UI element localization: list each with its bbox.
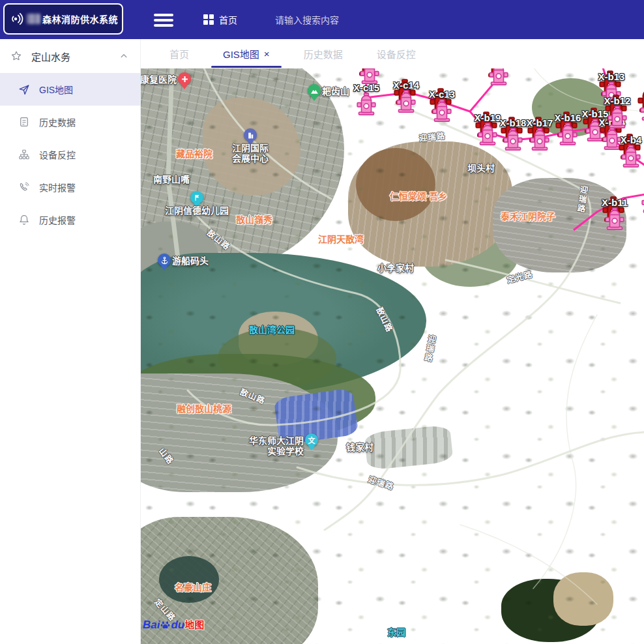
poi-label: 江阴国际会展中心 bbox=[232, 143, 269, 164]
sidebar-item-history-alarm[interactable]: 历史报警 bbox=[0, 203, 140, 236]
sidebar-item-label: GIS地图 bbox=[39, 83, 73, 96]
tab-bar: 首页GIS地图×历史数据设备反控 bbox=[141, 39, 644, 68]
road-label: 迎瑞路 bbox=[367, 473, 396, 493]
sidebar-item-label: 设备反控 bbox=[39, 148, 76, 161]
water-label: 东园 bbox=[387, 625, 405, 638]
sidebar-item-label: 实时报警 bbox=[39, 181, 76, 194]
map-canvas[interactable]: 藏品裕院敔山嶺秀仁恒棠颂·吾乡泰禾江阴院子江阴天敔湾融创敔山桃源名豪山庄南野山嘴… bbox=[141, 68, 644, 644]
sitemap-icon bbox=[18, 149, 30, 160]
hydrant-label: X-b18 bbox=[500, 117, 527, 128]
hydrant-label: X-c13 bbox=[429, 89, 455, 100]
send-icon bbox=[18, 83, 30, 95]
sidebar-item-realtime-alarm[interactable]: 实时报警 bbox=[0, 171, 140, 203]
menu-toggle-icon[interactable] bbox=[154, 11, 173, 28]
tab-close-icon[interactable]: × bbox=[264, 49, 270, 59]
sidebar-item-device-control[interactable]: 设备反控 bbox=[0, 138, 140, 171]
doc-icon bbox=[18, 116, 30, 128]
hydrant-label: X-b16 bbox=[555, 112, 581, 123]
poi-label: 耙齿山 bbox=[322, 86, 349, 96]
poi-label: 江阴信德幼儿园 bbox=[165, 205, 229, 216]
hydrant-label: X-b19 bbox=[475, 112, 501, 123]
clearing-southeast bbox=[553, 572, 613, 626]
phone-icon bbox=[18, 181, 30, 193]
hydrant-pink-icon bbox=[641, 190, 644, 216]
poi-label: 华东师大江阴实验学校 bbox=[249, 435, 304, 456]
baidu-paw-icon bbox=[160, 620, 170, 633]
sidebar-item-label: 历史数据 bbox=[39, 115, 76, 128]
hydrant-label: X-b13 bbox=[598, 71, 625, 82]
chevron-up-icon[interactable] bbox=[118, 50, 130, 62]
app-logo: 森林消防供水系统 bbox=[3, 3, 123, 35]
baidu-text-du: du bbox=[171, 619, 184, 632]
area-label: 江阴天敔湾 bbox=[318, 232, 364, 245]
tab-label: 历史数据 bbox=[304, 47, 343, 61]
tabs: 首页GIS地图×历史数据设备反控 bbox=[153, 39, 433, 68]
area-label: 藏品裕院 bbox=[176, 147, 212, 160]
expo-center-pin-icon bbox=[244, 128, 257, 141]
baidu-logo: Bai du 地图 bbox=[143, 617, 204, 632]
poi-label: 游船码头 bbox=[172, 256, 209, 266]
mountain-pin-icon bbox=[308, 84, 321, 97]
hydrant-pink-icon bbox=[640, 98, 644, 124]
app-root: 森林消防供水系统 首页 定山水务 GIS地图历史数据设备反控实时报警历史报警 bbox=[0, 0, 644, 644]
place-label: 钱家村 bbox=[346, 440, 373, 453]
app-header: 森林消防供水系统 首页 bbox=[0, 0, 644, 39]
hydrant-label: X-b11 bbox=[602, 197, 628, 208]
place-label: 坝头村 bbox=[467, 161, 495, 174]
tab-history-data[interactable]: 历史数据 bbox=[287, 39, 360, 68]
hydrant-label: X-c14 bbox=[393, 80, 419, 91]
area-label: 仁恒棠颂·吾乡 bbox=[390, 189, 448, 202]
hydrant-pink-icon bbox=[558, 123, 578, 149]
sidebar-item-gis-map[interactable]: GIS地图 bbox=[0, 73, 140, 106]
star-icon bbox=[10, 50, 22, 62]
school-buildings bbox=[364, 424, 453, 470]
tab-home[interactable]: 首页 bbox=[153, 39, 206, 68]
construction-soil bbox=[356, 148, 435, 221]
sidebar-item-label: 历史报警 bbox=[39, 213, 76, 226]
sidebar-menu: GIS地图历史数据设备反控实时报警历史报警 bbox=[0, 73, 140, 236]
sidebar-item-history-data[interactable]: 历史数据 bbox=[0, 106, 140, 138]
hydrant-pink-icon bbox=[478, 123, 497, 149]
hydrant-label: X-b4 bbox=[621, 134, 642, 145]
hospital-pin-icon bbox=[178, 72, 191, 85]
tab-label: 首页 bbox=[169, 47, 189, 61]
hydrant-label: X-b12 bbox=[604, 95, 631, 106]
village-pond bbox=[159, 556, 219, 603]
hydrant-pink-icon bbox=[530, 128, 549, 154]
area-label: 敔山嶺秀 bbox=[236, 212, 272, 226]
bell-icon bbox=[18, 214, 30, 226]
hydrant-pink-icon bbox=[605, 207, 624, 233]
area-label: 泰禾江阴院子 bbox=[501, 209, 555, 222]
app-title: 森林消防供水系统 bbox=[42, 12, 118, 25]
nav-home[interactable]: 首页 bbox=[197, 0, 244, 39]
tab-label: 设备反控 bbox=[377, 47, 416, 61]
place-label: 小李家村 bbox=[377, 261, 414, 274]
water-label: 敔山湾公园 bbox=[249, 323, 295, 336]
area-label: 名豪山庄 bbox=[175, 580, 211, 593]
hydrant-pink-icon bbox=[396, 90, 416, 116]
hydrant-pink-icon bbox=[432, 99, 452, 125]
area-label: 融创敔山桃源 bbox=[177, 402, 231, 415]
hydrant-pink-icon bbox=[621, 145, 641, 171]
apps-grid-icon bbox=[203, 14, 214, 25]
logo-radar-icon bbox=[8, 11, 24, 27]
search-input[interactable] bbox=[274, 10, 446, 31]
baidu-text-map: 地图 bbox=[184, 617, 204, 631]
sidebar-group-dingshan[interactable]: 定山水务 bbox=[0, 39, 140, 73]
school-pin-icon: 文 bbox=[305, 433, 318, 446]
place-label: 南野山嘴 bbox=[153, 172, 190, 185]
tab-gis-map[interactable]: GIS地图× bbox=[206, 39, 287, 68]
sidebar: 定山水务 GIS地图历史数据设备反控实时报警历史报警 bbox=[0, 39, 141, 644]
hydrant-pink-icon bbox=[489, 68, 508, 89]
tab-label: GIS地图 bbox=[223, 47, 259, 61]
road-label: 迎瑞路 bbox=[421, 334, 438, 364]
hydrant-pink-icon bbox=[503, 128, 523, 154]
baidu-text-bai: Bai bbox=[143, 619, 160, 632]
sidebar-group-label: 定山水务 bbox=[31, 50, 70, 63]
tab-device-control[interactable]: 设备反控 bbox=[360, 39, 433, 68]
wharf-pin-icon bbox=[158, 254, 171, 267]
search-field[interactable] bbox=[274, 10, 443, 29]
redacted-text bbox=[27, 14, 40, 24]
poi-label: 林康复医院 bbox=[141, 74, 177, 85]
hydrant-pink-icon bbox=[357, 93, 376, 119]
